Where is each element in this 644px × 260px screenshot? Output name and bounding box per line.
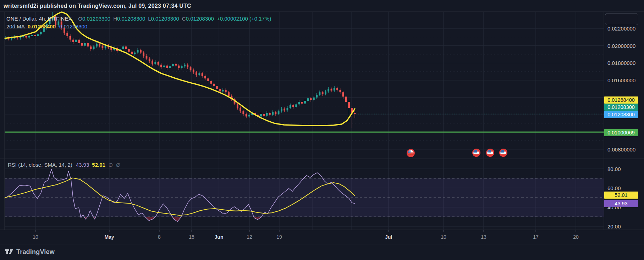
ma-value: 0.01268400 [28, 23, 56, 29]
candle [149, 59, 150, 61]
candle [40, 32, 42, 34]
candle [190, 67, 192, 70]
candle [154, 62, 156, 64]
rsi-tick-label: 60.00 [607, 185, 621, 191]
tradingview-logo[interactable]: TradingView [5, 248, 55, 256]
candle [99, 44, 100, 46]
time-label: May [104, 234, 114, 240]
candle [219, 89, 221, 91]
time-label: Jul [385, 234, 392, 240]
candle [287, 108, 288, 110]
candle [334, 88, 335, 90]
candle [202, 73, 203, 76]
rsi-tick-label: 80.00 [607, 166, 621, 172]
candle [20, 37, 21, 38]
candle [342, 92, 344, 96]
chart-canvas[interactable] [0, 0, 644, 260]
close-value: 0.01208300 [186, 16, 214, 22]
time-label: 20 [573, 234, 579, 240]
high-value: 0.01208300 [117, 16, 145, 22]
candle [28, 36, 30, 38]
candle [345, 96, 347, 102]
candle [225, 90, 227, 92]
candle [70, 36, 71, 40]
candle [327, 89, 329, 91]
candle [181, 66, 183, 68]
time-label: Jun [215, 234, 224, 240]
time-label: 10 [441, 234, 446, 240]
symbol-info-box[interactable] [605, 13, 638, 25]
candle [178, 66, 180, 68]
candle [237, 104, 238, 108]
candle [84, 43, 86, 45]
tradingview-brand-text: TradingView [16, 248, 55, 256]
us-flag-marker-icon[interactable] [499, 149, 507, 157]
time-label: 8 [158, 234, 161, 240]
price-tick-label: 0.00800000 [607, 146, 635, 152]
candle [66, 33, 68, 36]
low-value: 0.01203300 [151, 16, 179, 22]
candle [348, 102, 350, 108]
candle [339, 90, 341, 92]
candle [146, 56, 148, 59]
candle [228, 92, 230, 96]
time-label: 13 [481, 234, 486, 240]
rsi-legend[interactable]: RSI (14, close, SMA, 14, 2)43.9352.01∅∅ [8, 162, 120, 168]
candle [78, 40, 80, 43]
candle [331, 89, 332, 90]
candle [246, 114, 247, 116]
candle [322, 92, 324, 94]
candle [295, 104, 297, 107]
candle [25, 36, 27, 38]
candle [122, 46, 124, 49]
open-value: 0.01203300 [82, 16, 110, 22]
symbol-title[interactable]: ONE / Dollar, 4h, BITFINEX [6, 16, 72, 22]
candle [198, 73, 200, 75]
candle [163, 66, 165, 67]
candle [37, 34, 39, 36]
symbol-legend[interactable]: ONE / Dollar, 4h, BITFINEXO0.01203300H0.… [6, 16, 271, 22]
high-label: H [113, 16, 117, 22]
rsi-value-badge: 43.93 [604, 200, 638, 207]
rsi-tick-label: 20.00 [607, 223, 621, 229]
candle [301, 102, 303, 104]
flag-canton [473, 150, 477, 153]
tradingview-logo-icon [5, 248, 13, 256]
candle [105, 46, 106, 48]
candle [125, 46, 127, 49]
close-label: C [182, 16, 186, 22]
time-label: 12 [247, 234, 252, 240]
candle [316, 95, 318, 98]
open-label: O [78, 16, 82, 22]
candle [222, 90, 224, 92]
candle [158, 62, 159, 65]
ma-label: 20d MA [6, 23, 25, 29]
price-tick-label: 0.01600000 [607, 77, 635, 83]
ma-close-value: 0.01208300 [59, 23, 87, 29]
change-value: +0.00002100 (+0.17%) [217, 16, 271, 22]
candle [269, 113, 271, 115]
candle [216, 86, 218, 89]
candle [160, 65, 162, 67]
close-price-badge: 0.01208300 [604, 104, 638, 111]
candle [137, 50, 139, 52]
flag-canton [408, 150, 411, 153]
candle [266, 113, 268, 116]
candle [319, 92, 320, 95]
us-flag-marker-icon[interactable] [486, 149, 494, 157]
candle [304, 101, 306, 104]
candle [128, 49, 130, 51]
us-flag-marker-icon[interactable] [472, 149, 480, 157]
us-flag-marker-icon[interactable] [407, 149, 415, 157]
candle [240, 108, 241, 111]
candle [193, 70, 194, 72]
candle [242, 111, 244, 114]
candle [169, 66, 171, 68]
candle [278, 111, 280, 114]
candle [207, 78, 209, 81]
candle [131, 52, 133, 54]
candle [81, 43, 83, 45]
candle [166, 66, 168, 68]
ma-legend[interactable]: 20d MA0.012684000.01208300 [6, 23, 87, 29]
candle [172, 64, 174, 66]
